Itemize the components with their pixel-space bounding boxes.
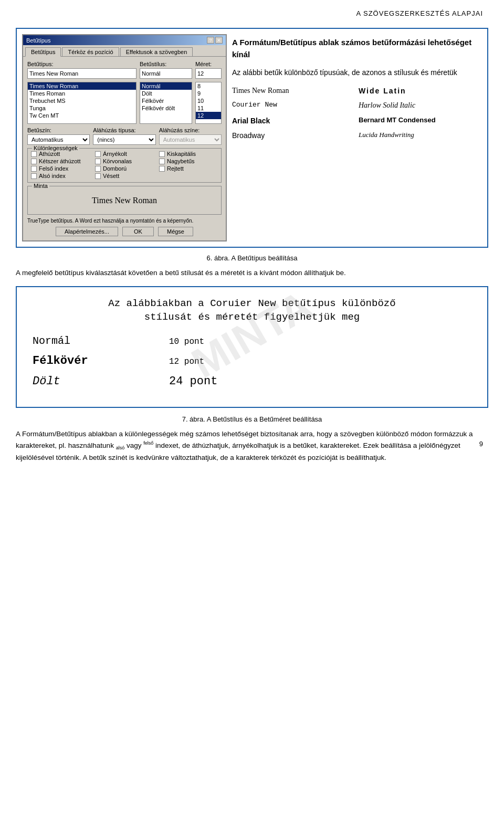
font-list-item-tr[interactable]: Times Roman [28,90,136,97]
dialog-footer-text: TrueType betűtípus. A Word ezt használja… [27,218,222,224]
color-select[interactable]: Automatikus [27,134,90,145]
font-style-bold-name: Félkövér [33,354,169,367]
cb-vesett-box[interactable] [95,173,101,179]
dialog-body: Betűtípus: Betűstílus: Méret: [23,57,226,240]
font-style-normal-name: Normál [33,335,169,347]
btn-ok[interactable]: OK [122,227,154,236]
dialog-tabs: Betűtípus Térköz és pozíció Effektusok a… [23,45,226,57]
tab-terkoz[interactable]: Térköz és pozíció [62,47,119,56]
cb-felsoindex-box[interactable] [31,166,37,172]
btn-cancel[interactable]: Mégse [158,227,193,236]
style-list-normal[interactable]: Normál [140,82,192,90]
cb-rejtett-box[interactable] [159,166,165,172]
font-list-item-trebuchet[interactable]: Trebuchet MS [28,97,136,104]
figure1-screenshot: Betűtípus ? ✕ Betűtípus Térköz és pozíci… [16,28,488,248]
font-list-item-tnr[interactable]: Times New Roman [28,82,136,90]
cb-arnyekolt-box[interactable] [95,151,101,157]
cb-athuzott: Áthúzott [31,151,90,157]
cb-arnyekolt: Árnyékolt [95,151,154,157]
dialog-titlebar: Betűtípus ? ✕ [23,35,226,45]
figure1-caption: 6. ábra. A Betűtípus beállítása [16,254,488,262]
tab-effektusok[interactable]: Effektusok a szövegben [120,47,193,56]
dialog-close-btn[interactable]: ✕ [215,37,223,44]
size-listbox[interactable]: 8 9 10 11 12 [195,82,222,124]
cb-nagybetus-box[interactable] [159,159,165,164]
page-header: A SZÖVEGSZERKESZTÉS ALAPJAI [0,0,504,23]
cb-korvonalas-box[interactable] [95,159,101,164]
cb-ketszerathuzott-box[interactable] [31,159,37,164]
font-list-item-tunga[interactable]: Tunga [28,104,136,112]
font-style-italic-name: Dölt [33,375,169,388]
size-11[interactable]: 11 [196,104,221,112]
font-style-row-bold: Félkövér 12 pont [33,354,471,367]
font-style-field: Betűstílus: [140,61,192,79]
size-9[interactable]: 9 [196,90,221,97]
font-list-item-twcen[interactable]: Tw Cen MT [28,112,136,119]
body-text-1-content: A megfelelő betűtípus kiválasztását köve… [16,269,346,277]
dialog-title: Betűtípus [26,37,50,44]
style-listbox[interactable]: Normál Dölt Félkövér Félkövér dölt [140,82,192,124]
font-size-label: Méret: [195,61,222,67]
underline-color-label: Aláhúzás színe: [159,127,222,133]
figure2-caption-number: 7. ábra. [182,415,205,423]
cb-kiskapitalis-label: Kiskapitális [167,151,196,157]
cb-domboru: Domború [95,165,154,172]
cb-domboru-box[interactable] [95,166,101,172]
preview-label: Minta [32,183,49,189]
cb-alsoindex-box[interactable] [31,173,37,179]
cb-arnyekolt-label: Árnyékolt [103,151,127,157]
font-size-input[interactable] [195,68,222,79]
font-samples-grid: Times New Roman Wide Latin Courier New H… [232,82,482,144]
preview-group: Minta Times New Roman [27,186,222,215]
checkboxes-col3: Kiskapitális Nagybetűs Rejtett [159,151,218,180]
style-list-dolt[interactable]: Dölt [140,90,192,97]
size-12[interactable]: 12 [196,112,221,119]
cb-vesett-label: Vésett [103,173,119,179]
size-8[interactable]: 8 [196,82,221,90]
font-sample-couriernew: Courier New [232,100,355,111]
font-name-input[interactable] [27,68,136,79]
color-underline-row: Betűszín: Automatikus Aláhúzás típusa: (… [27,127,222,145]
font-bold-size: 12 pont [169,357,471,366]
font-size-field: Méret: [195,61,222,79]
tab-betutipus[interactable]: Betűtípus [25,47,61,57]
cb-nagybetus-label: Nagybetűs [167,158,195,164]
cb-ketszerathuzott: Kétszer áthúzott [31,158,90,164]
font-normal-text: Normál [33,335,70,347]
cb-kiskapitalis: Kiskapitális [159,151,218,157]
screenshot2-title-line2: stílusát és méretét figyelhetjük meg [144,311,360,323]
btn-default[interactable]: Alapértelmezés... [56,227,118,236]
figure2-caption: 7. ábra. A Betűstílus és a Betűméret beá… [16,415,488,423]
dialog-help-btn[interactable]: ? [207,37,214,44]
style-list-felkover[interactable]: Félkövér [140,97,192,104]
underline-field: Aláhúzás típusa: (nincs) [93,127,155,145]
page-number: 9 [0,435,504,453]
color-label: Betűszín: [27,127,90,133]
style-list-felkoverdolt[interactable]: Félkövér dölt [140,104,192,112]
special-group: Különlegességek Áthúzott Kétszer áthúzot… [27,148,222,183]
font-sample-broadway: Broadway [232,130,355,141]
underline-select[interactable]: (nincs) [93,134,155,145]
font-style-input[interactable] [140,68,192,79]
font-list-field: Times New Roman Times Roman Trebuchet MS… [27,82,136,124]
size-10[interactable]: 10 [196,97,221,104]
preview-content: Times New Roman [31,188,218,212]
cb-vesett: Vésett [95,173,154,179]
font-style-row-normal: Normál 10 pont [33,335,471,347]
cb-domboru-label: Domború [103,165,127,172]
font-dialog: Betűtípus ? ✕ Betűtípus Térköz és pozíci… [22,34,227,241]
cb-ketszerathuzott-label: Kétszer áthúzott [39,158,81,164]
checkboxes-col1: Áthúzott Kétszer áthúzott Felső index [31,151,90,180]
font-sample-harlow: Harlow Solid Italic [359,100,482,111]
header-title: A SZÖVEGSZERKESZTÉS ALAPJAI [356,9,483,17]
cb-kiskapitalis-box[interactable] [159,151,165,157]
cb-korvonalas: Körvonalas [95,158,154,164]
screenshot-right-panel: A Formátum/Betűtípus ablak számos betűfo… [232,34,482,241]
cb-rejtett: Rejtett [159,165,218,172]
font-listbox[interactable]: Times New Roman Times Roman Trebuchet MS… [27,82,136,124]
cb-rejtett-label: Rejtett [167,165,184,172]
underline-color-select[interactable]: Automatikus [159,134,222,145]
cb-athuzott-box[interactable] [31,151,37,157]
cb-athuzott-label: Áthúzott [39,151,60,157]
figure1-caption-text: A Betűtípus beállítása [232,254,298,262]
